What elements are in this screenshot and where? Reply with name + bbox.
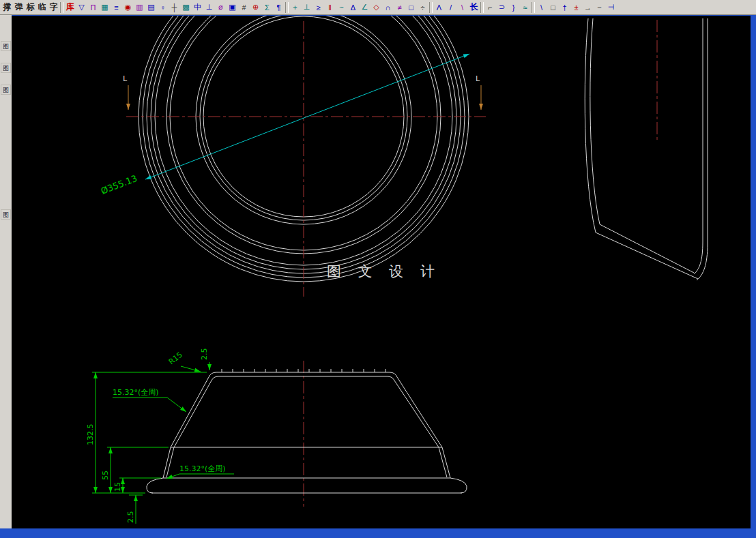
toolbar-tool-icon[interactable]: / [445, 1, 456, 14]
toolbar-separator [60, 2, 63, 13]
side-toolbar-icon[interactable]: 图 [1, 85, 11, 95]
toolbar-button[interactable]: 临 [36, 1, 48, 14]
diameter-label[interactable]: Ø355.13 [100, 173, 139, 196]
section-dimensions[interactable]: 132.5 55 15 2.5 2.5 R15 15.32°(全周) 15.32… [86, 348, 234, 524]
toolbar-tool-icon[interactable]: □ [405, 1, 417, 14]
toolbar-button[interactable]: 标 [25, 1, 36, 14]
toolbar-tool-icon[interactable]: − [594, 1, 605, 14]
toolbar-tool-icon[interactable]: \ [536, 1, 547, 14]
workspace: 图图图图 [0, 15, 756, 528]
toolbar-tool-icon[interactable]: ∩ [382, 1, 394, 14]
toolbar-tool-icon[interactable]: Π [87, 1, 99, 14]
left-toolbar: 图图图图 [0, 15, 12, 528]
toolbar-tool-icon[interactable]: □ [547, 1, 559, 14]
toolbar-tool-icon[interactable]: → [582, 1, 594, 14]
drawing-area[interactable]: Ø355.13 L L 图 文 设 计 [12, 15, 756, 528]
side-toolbar-icon[interactable]: 图 [1, 41, 11, 51]
toolbar-button[interactable]: 字 [48, 1, 59, 14]
toolbar-tool-icon[interactable]: Δ [347, 1, 359, 14]
watermark-text[interactable]: 图 文 设 计 [327, 263, 441, 280]
toolbar-separator [532, 2, 535, 13]
side-toolbar-icon[interactable]: 图 [1, 209, 11, 220]
toolbar-button[interactable]: 弹 [13, 1, 25, 14]
toolbar-tool-icon[interactable]: ⊃ [496, 1, 508, 14]
toolbar-tool-icon[interactable]: ▦ [99, 1, 111, 14]
toolbar-tool-icon[interactable]: ▥ [134, 1, 145, 14]
dim-height-flange[interactable]: 15 [113, 482, 122, 492]
section-markers[interactable]: L L [123, 74, 481, 110]
dim-angle-lower[interactable]: 15.32°(全周) [179, 464, 226, 473]
toolbar-tool-icon[interactable]: ◇ [370, 1, 382, 14]
dim-angle-upper[interactable]: 15.32°(全周) [113, 388, 159, 397]
toolbar-button[interactable]: 长 [468, 1, 480, 14]
top-toolbar: 撑弹标临字库▽Π▦≡◉▥▤♀┼▩中⊥⌀▣#⊕Σ¶+⊥≥‖~Δ∠◇∩≠□÷Λ/\长… [0, 0, 756, 15]
toolbar-tool-icon[interactable]: ▩ [180, 1, 192, 14]
toolbar-tool-icon[interactable]: ⌀ [215, 1, 227, 14]
toolbar-button[interactable]: 库 [64, 1, 76, 14]
toolbar-tool-icon[interactable]: ▣ [227, 1, 238, 14]
cad-application-window: 撑弹标临字库▽Π▦≡◉▥▤♀┼▩中⊥⌀▣#⊕Σ¶+⊥≥‖~Δ∠◇∩≠□÷Λ/\长… [0, 0, 756, 538]
toolbar-tool-icon[interactable]: ⊥ [301, 1, 312, 14]
dim-thickness-bottom[interactable]: 2.5 [126, 511, 135, 524]
section-label-right[interactable]: L [476, 74, 480, 83]
toolbar-tool-icon[interactable]: ⌐ [484, 1, 496, 14]
toolbar-tool-icon[interactable]: ┼ [169, 1, 180, 14]
toolbar-tool-icon[interactable]: ≥ [312, 1, 324, 14]
dim-height-base[interactable]: 55 [101, 470, 110, 480]
toolbar-tool-icon[interactable]: \ [456, 1, 468, 14]
section-label-left[interactable]: L [123, 74, 128, 83]
toolbar-tool-icon[interactable]: 中 [192, 1, 203, 14]
toolbar-tool-icon[interactable]: ~ [336, 1, 347, 14]
toolbar-tool-icon[interactable]: ▽ [76, 1, 87, 14]
toolbar-tool-icon[interactable]: ⊕ [250, 1, 261, 14]
toolbar-tool-icon[interactable]: † [559, 1, 570, 14]
toolbar-tool-icon[interactable]: Λ [433, 1, 445, 14]
toolbar-tool-icon[interactable]: ± [570, 1, 582, 14]
toolbar-tool-icon[interactable]: ‖ [324, 1, 336, 14]
section-view[interactable] [147, 369, 467, 493]
window-bottom-border [0, 528, 756, 538]
toolbar-tool-icon[interactable]: ¶ [273, 1, 285, 14]
toolbar-tool-icon[interactable]: ≠ [394, 1, 405, 14]
dim-radius-top[interactable]: R15 [167, 350, 184, 367]
toolbar-tool-icon[interactable]: ▤ [145, 1, 157, 14]
side-toolbar-icon[interactable]: 图 [1, 63, 11, 73]
toolbar-tool-icon[interactable]: } [508, 1, 519, 14]
toolbar-tool-icon[interactable]: ◉ [122, 1, 134, 14]
toolbar-tool-icon[interactable]: ≡ [111, 1, 122, 14]
toolbar-tool-icon[interactable]: Σ [261, 1, 273, 14]
side-view[interactable] [585, 18, 708, 280]
toolbar-tool-icon[interactable]: ♀ [157, 1, 169, 14]
toolbar-tool-icon[interactable]: ⊥ [203, 1, 215, 14]
toolbar-button[interactable]: 撑 [1, 1, 13, 14]
toolbar-tool-icon[interactable]: ∠ [359, 1, 370, 14]
drawing-canvas[interactable]: Ø355.13 L L 图 文 设 计 [12, 16, 751, 529]
toolbar-tool-icon[interactable]: # [238, 1, 250, 14]
toolbar-tool-icon[interactable]: ÷ [417, 1, 428, 14]
toolbar-tool-icon[interactable]: ⊣ [605, 1, 617, 14]
toolbar-tool-icon[interactable]: + [289, 1, 301, 14]
dim-thickness-top[interactable]: 2.5 [200, 348, 209, 361]
toolbar-separator [480, 2, 484, 13]
toolbar-separator [285, 2, 289, 13]
dim-height-total[interactable]: 132.5 [86, 424, 95, 446]
toolbar-separator [429, 2, 433, 13]
toolbar-tool-icon[interactable]: ≈ [519, 1, 531, 14]
